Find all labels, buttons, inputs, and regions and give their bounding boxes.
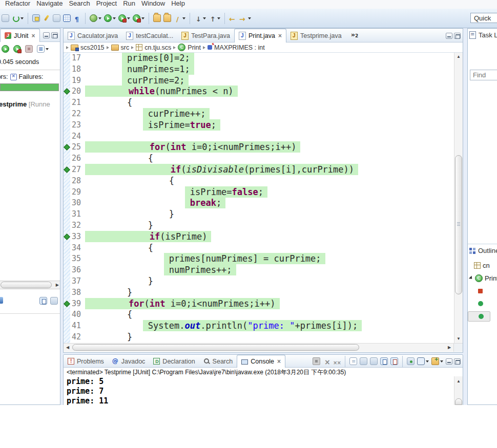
tab-task-list[interactable]: Task List [468,29,497,41]
line-number[interactable]: 40 [70,309,85,321]
show-whitespace-icon[interactable] [73,14,81,22]
scroll-left-icon[interactable]: ◀ [64,344,72,352]
menu-navigate[interactable]: Navigate [33,0,66,8]
line-number[interactable]: 28 [70,176,85,187]
code-line[interactable]: 19 curPrime=2; [64,75,454,87]
dropdown-arrow-icon[interactable] [182,17,185,19]
junit-horizontal-scrollbar[interactable]: ▶ [0,281,60,289]
tab-testcaculat-[interactable]: testCaculat... [122,29,177,42]
maximize-icon[interactable] [51,32,58,38]
profile-icon[interactable] [133,14,140,22]
new-wizard-icon[interactable] [2,14,9,22]
maximize-icon[interactable] [454,33,461,39]
line-number[interactable]: 42 [70,332,85,343]
history-icon[interactable] [37,45,45,53]
rerun-test-icon[interactable] [2,45,9,53]
tab-print-java[interactable]: Print.java× [234,29,286,42]
format-brush-icon[interactable] [43,14,50,22]
minimize-icon[interactable] [446,358,452,365]
code-line[interactable]: 30 break; [64,198,454,209]
expander-icon[interactable] [469,275,473,280]
run-external-icon[interactable] [53,14,60,22]
line-number[interactable]: 25 [70,142,85,153]
line-number[interactable]: 24 [70,131,85,142]
compare-result-icon[interactable] [50,297,58,305]
close-icon[interactable]: × [277,358,281,365]
dropdown-arrow-icon[interactable] [426,360,429,362]
remove-launch-icon[interactable] [323,357,330,365]
close-icon[interactable]: × [31,32,35,39]
code-line[interactable]: 18 numPrimes=1; [64,64,454,75]
vertical-scrollbar[interactable]: ▲ ▼ [454,53,463,343]
refresh-icon[interactable] [12,14,19,22]
code-line[interactable]: 17 primes[0]=2; [64,53,454,64]
scrollbar-thumb[interactable] [72,344,359,351]
code-line[interactable]: 24 [64,131,454,142]
pin-console-icon[interactable] [407,357,415,365]
clear-console-icon[interactable] [349,357,357,365]
minimize-icon[interactable] [43,32,50,38]
code-line[interactable]: 37 } [64,276,454,287]
tab-testpara-java[interactable]: TestPara.java [177,29,234,42]
quick-access-input[interactable]: Quick [470,13,497,23]
find-input[interactable] [470,70,497,80]
open-folder-icon[interactable] [163,14,171,22]
run-icon[interactable] [104,14,112,22]
show-table-icon[interactable] [63,14,71,22]
code-line[interactable]: 41 System.out.println("prime: "+primes[i… [64,321,454,332]
tab-declaration[interactable]: Declaration [149,355,199,368]
line-number[interactable]: 18 [70,64,85,75]
tab-problems[interactable]: Problems [64,355,108,368]
scrollbar-thumb[interactable] [455,398,462,405]
scroll-up-icon[interactable]: ▲ [454,377,463,386]
dropdown-arrow-icon[interactable] [217,17,220,19]
dropdown-arrow-icon[interactable] [113,17,116,19]
scrollbar-thumb[interactable] [1,282,52,288]
menu-window[interactable]: Window [138,0,168,8]
open-console-icon[interactable] [431,357,439,365]
code-line[interactable]: 35 primes[numPrimes] = curPrime; [64,253,454,265]
line-number[interactable]: 23 [70,120,85,131]
outline-item[interactable] [468,298,497,309]
breadcrumb-item-src[interactable]: src [111,44,130,51]
previous-annotation-icon[interactable] [209,14,216,22]
tab-outline[interactable]: Outline [468,244,497,257]
code-line[interactable]: 22 curPrime++; [64,109,454,120]
scroll-right-icon[interactable]: ▶ [445,344,453,352]
stop-icon[interactable] [25,45,33,53]
debug-icon[interactable] [90,14,97,22]
breadcrumb-item-maxprimes-int[interactable]: MAXPRIMES : int [208,44,265,51]
menu-search[interactable]: Search [66,0,93,8]
code-line[interactable]: 23 isPrime=true; [64,120,454,131]
junit-test-item[interactable]: Testprime [Runne [0,100,50,108]
outline-item-print[interactable]: Print [468,273,497,283]
rerun-failed-test-icon[interactable] [13,45,21,53]
tab-testprime-java[interactable]: Testprime.java [286,29,346,42]
dropdown-arrow-icon[interactable] [141,17,144,19]
code-line[interactable]: 21 { [64,97,454,109]
outline-item[interactable] [468,311,490,322]
breadcrumb-item-print[interactable]: Print [178,44,201,51]
code-line[interactable]: 26 { [64,153,454,164]
scroll-right-icon[interactable]: ▶ [56,281,59,289]
menu-help[interactable]: Help [168,0,188,8]
menu-refactor[interactable]: Refactor [2,0,33,8]
scrollbar-thumb[interactable] [455,155,462,294]
breadcrumb-item-scs2015[interactable]: scs2015 [71,44,105,51]
code-line[interactable]: 38 } [64,287,454,298]
line-number[interactable]: 34 [70,243,85,254]
line-number[interactable]: 21 [70,97,85,109]
line-number[interactable]: 41 [70,321,85,332]
menu-run[interactable]: Run [120,0,138,8]
next-annotation-icon[interactable] [194,14,202,22]
code-line[interactable]: 34 { [64,243,454,254]
dropdown-arrow-icon[interactable] [248,17,251,19]
code-line[interactable]: 20 while(numPrimes < n) [64,86,454,97]
line-number[interactable]: 35 [70,253,85,265]
line-number[interactable]: 17 [70,53,85,64]
tab-junit[interactable]: JUnit × [0,29,40,42]
close-icon[interactable]: × [278,32,282,39]
line-number[interactable]: 27 [70,164,85,176]
line-number[interactable]: 37 [70,276,85,287]
code-line[interactable]: 31 } [64,209,454,220]
